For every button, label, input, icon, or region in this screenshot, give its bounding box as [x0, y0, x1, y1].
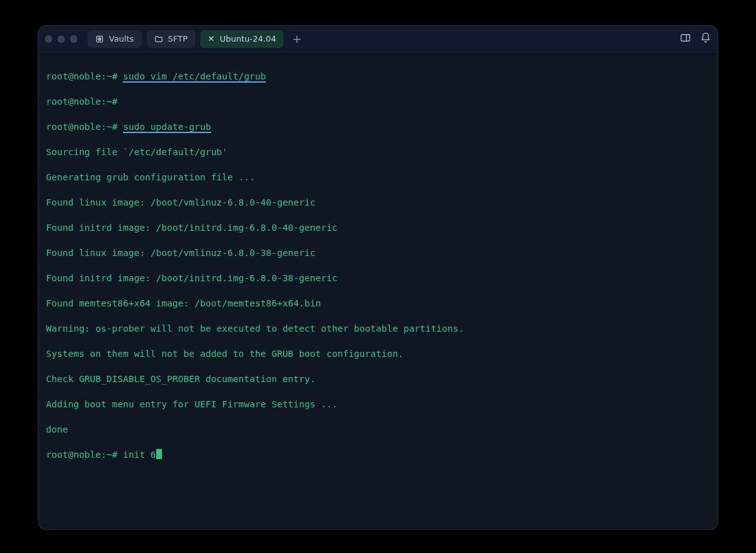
minimize-window-button[interactable] — [57, 35, 65, 43]
command: sudo vim /etc/default/grub — [123, 71, 266, 83]
titlebar-right — [680, 32, 711, 46]
new-tab-button[interactable]: + — [289, 31, 305, 47]
folder-icon — [154, 35, 163, 44]
cursor — [156, 449, 162, 459]
output-line: Found initrd image: /boot/initrd.img-6.8… — [46, 272, 710, 284]
prompt: root@noble:~# — [46, 71, 123, 81]
close-window-button[interactable] — [45, 35, 52, 43]
output-line: Warning: os-prober will not be executed … — [46, 322, 710, 335]
terminal-output[interactable]: root@noble:~# sudo vim /etc/default/grub… — [38, 52, 718, 529]
bell-icon[interactable] — [700, 32, 711, 46]
command: init 6 — [123, 450, 156, 460]
tab-vaults[interactable]: Vaults — [88, 30, 142, 48]
output-line: Generating grub configuration file ... — [46, 171, 710, 183]
prompt: root@noble:~# — [46, 95, 710, 108]
close-tab-icon[interactable]: ✕ — [208, 35, 215, 43]
svg-rect-3 — [681, 34, 690, 41]
titlebar: Vaults SFTP ✕ Ubuntu-24.04 + — [38, 26, 718, 52]
output-line: Found linux image: /boot/vmlinuz-6.8.0-4… — [46, 196, 710, 209]
tab-label: Vaults — [109, 34, 134, 44]
vaults-icon — [95, 35, 104, 44]
prompt: root@noble:~# — [46, 122, 123, 132]
output-line: Found memtest86+x64 image: /boot/memtest… — [46, 297, 710, 310]
output-line: Adding boot menu entry for UEFI Firmware… — [46, 398, 710, 410]
output-line: Found initrd image: /boot/initrd.img-6.8… — [46, 221, 710, 234]
zoom-window-button[interactable] — [70, 35, 77, 43]
svg-point-2 — [99, 38, 100, 40]
prompt: root@noble:~# — [46, 450, 123, 460]
window-controls — [45, 35, 77, 43]
output-line: done — [46, 423, 710, 436]
output-line: Sourcing file `/etc/default/grub' — [46, 146, 710, 158]
output-line: Found linux image: /boot/vmlinuz-6.8.0-3… — [46, 247, 710, 259]
tab-sftp[interactable]: SFTP — [147, 30, 195, 48]
terminal-window: Vaults SFTP ✕ Ubuntu-24.04 + — [38, 25, 718, 530]
tab-label: Ubuntu-24.04 — [220, 34, 277, 44]
command: sudo update-grub — [123, 122, 211, 133]
output-line: Check GRUB_DISABLE_OS_PROBER documentati… — [46, 373, 710, 385]
tab-label: SFTP — [168, 34, 188, 44]
tab-ubuntu[interactable]: ✕ Ubuntu-24.04 — [200, 30, 284, 48]
output-line: Systems on them will not be added to the… — [46, 347, 710, 360]
panel-toggle-icon[interactable] — [680, 32, 691, 46]
